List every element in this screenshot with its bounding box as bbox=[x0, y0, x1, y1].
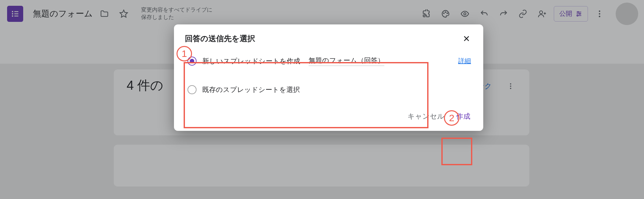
close-icon[interactable] bbox=[460, 32, 473, 45]
annotation-box-2 bbox=[441, 138, 472, 165]
detail-link[interactable]: 詳細 bbox=[458, 57, 471, 65]
dialog-title: 回答の送信先を選択 bbox=[185, 33, 255, 44]
annotation-2: 2 bbox=[444, 110, 459, 126]
annotation-box-1 bbox=[184, 62, 428, 128]
annotation-1: 1 bbox=[177, 46, 192, 61]
